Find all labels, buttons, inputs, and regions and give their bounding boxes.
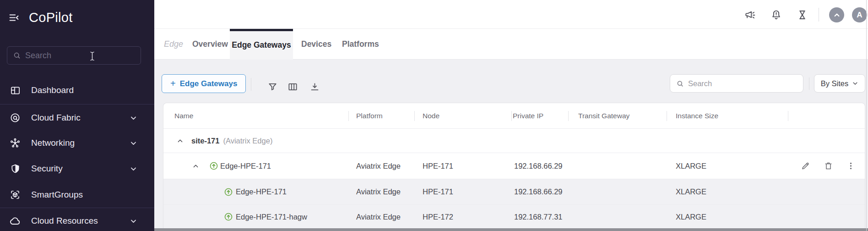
sidebar-item-label: SmartGroups [31,190,83,200]
cell-private-ip: 192.168.66.29 [514,179,563,204]
sidebar: CoPilot Dashboard Cloud Fabric [0,0,154,231]
user-avatar[interactable]: A [852,7,867,22]
cell-private-ip: 192.168.77.31 [514,205,563,229]
cell-platform: Aviatrix Edge [356,205,401,229]
tab-platforms[interactable]: Platforms [342,29,379,59]
column-header-private-ip[interactable]: Private IP [513,103,543,128]
sidebar-item-label: Security [31,164,63,174]
collapse-sidebar-icon[interactable] [8,12,20,23]
more-actions-kebab-icon[interactable] [846,162,855,170]
chevron-down-icon [130,139,137,147]
delete-trash-icon[interactable] [824,161,833,171]
column-header-node[interactable]: Node [423,103,439,128]
chevron-down-icon [852,80,858,87]
cell-platform: Aviatrix Edge [356,179,401,204]
cloud-fabric-icon [9,112,21,123]
site-group-name: site-171 [191,137,219,145]
tab-overview[interactable]: Overview [192,29,228,59]
cloud-icon [9,215,21,227]
top-bar: A [154,0,868,29]
cell-instance-size: XLARGE [676,205,706,229]
toolbar-divider [251,78,251,91]
add-edge-gateway-button[interactable]: + Edge Gateways [162,74,246,93]
table-row[interactable]: Edge-HPE-171-hagw Aviatrix Edge HPE-172 … [163,205,865,231]
table-row[interactable]: Edge-HPE-171 Aviatrix Edge HPE-171 192.1… [163,153,865,179]
filter-icon[interactable] [267,82,278,94]
announcements-icon[interactable] [744,9,756,23]
column-divider[interactable] [568,111,569,121]
app-title: CoPilot [29,10,73,25]
column-divider[interactable] [667,111,667,121]
tab-bar: Edge Overview Edge Gateways Devices Plat… [154,29,868,60]
site-group-row[interactable]: site-171 (Aviatrix Edge) [163,129,865,153]
chevron-down-icon [130,165,137,173]
group-by-sites-button[interactable]: By Sites [814,74,865,93]
column-header-instance-size[interactable]: Instance Size [676,103,718,128]
sidebar-item-smartgroups[interactable]: SmartGroups [0,184,154,206]
gateway-name[interactable]: Edge-HPE-171-hagw [236,205,307,229]
column-header-platform[interactable]: Platform [356,103,383,128]
cell-instance-size: XLARGE [676,153,706,179]
edge-gateways-table: Name Platform Node Private IP Transit Ga… [163,103,865,231]
column-header-transit-gateway[interactable]: Transit Gateway [578,103,629,128]
cell-private-ip: 192.168.66.29 [514,153,563,179]
copilot-app: CoPilot Dashboard Cloud Fabric [0,0,868,231]
sidebar-item-dashboard[interactable]: Dashboard [0,79,154,101]
sidebar-item-networking[interactable]: Networking [0,132,154,154]
plus-icon: + [170,78,176,89]
gateway-up-status-icon [209,161,218,170]
chevron-down-icon [130,114,137,122]
collapse-group-icon[interactable] [177,138,184,144]
cell-node: HPE-171 [423,153,453,179]
gateway-name[interactable]: Edge-HPE-171 [236,179,287,204]
sidebar-item-cloud-fabric[interactable]: Cloud Fabric [0,107,154,129]
cell-node: HPE-171 [423,179,453,204]
cell-instance-size: XLARGE [676,179,706,204]
site-group-platform-note: (Aviatrix Edge) [223,137,272,145]
cell-platform: Aviatrix Edge [356,153,401,179]
table-search-input[interactable] [688,79,784,88]
group-by-label: By Sites [821,79,849,88]
search-icon [13,51,21,60]
gateway-up-status-icon [224,187,233,197]
sidebar-search-input[interactable] [25,51,108,60]
sidebar-item-label: Dashboard [31,85,74,95]
topbar-divider [819,8,819,22]
column-divider[interactable] [414,111,415,121]
tab-edge-gateways[interactable]: Edge Gateways [230,29,293,60]
tab-label: Edge Gateways [230,31,293,59]
notifications-bell-icon[interactable] [770,9,782,23]
tab-devices[interactable]: Devices [301,29,331,59]
gateway-up-status-icon [224,212,233,221]
sidebar-item-label: Cloud Fabric [31,113,81,123]
chevron-down-icon [130,217,137,225]
table-search[interactable] [670,74,803,93]
avatar-letter: A [857,11,862,20]
add-button-label: Edge Gateways [180,79,238,88]
sidebar-divider [0,208,154,208]
column-divider[interactable] [788,111,788,121]
column-divider[interactable] [348,111,349,121]
columns-icon[interactable] [288,82,298,94]
search-icon [676,80,684,88]
column-divider[interactable] [511,111,512,121]
dashboard-icon [9,85,21,96]
sidebar-divider [0,104,154,104]
sidebar-header: CoPilot [8,10,73,25]
column-header-name[interactable]: Name [174,103,193,128]
sidebar-item-security[interactable]: Security [0,158,154,180]
chevron-up-circle-button[interactable] [829,7,844,22]
sidebar-item-label: Cloud Resources [31,216,98,226]
toolbar-divider [809,77,809,90]
sidebar-item-cloud-resources[interactable]: Cloud Resources [0,210,154,231]
table-row[interactable]: Edge-HPE-171 Aviatrix Edge HPE-171 192.1… [163,179,865,205]
edit-pencil-icon[interactable] [801,161,810,171]
vertical-scrollbar-track [866,0,867,231]
sidebar-search[interactable] [7,46,141,65]
cell-node: HPE-172 [423,205,453,229]
networking-icon [9,138,21,148]
collapse-gateway-icon[interactable] [192,163,199,170]
gateway-name[interactable]: Edge-HPE-171 [220,153,271,179]
download-icon[interactable] [309,82,320,94]
tasks-hourglass-icon[interactable] [797,9,808,22]
